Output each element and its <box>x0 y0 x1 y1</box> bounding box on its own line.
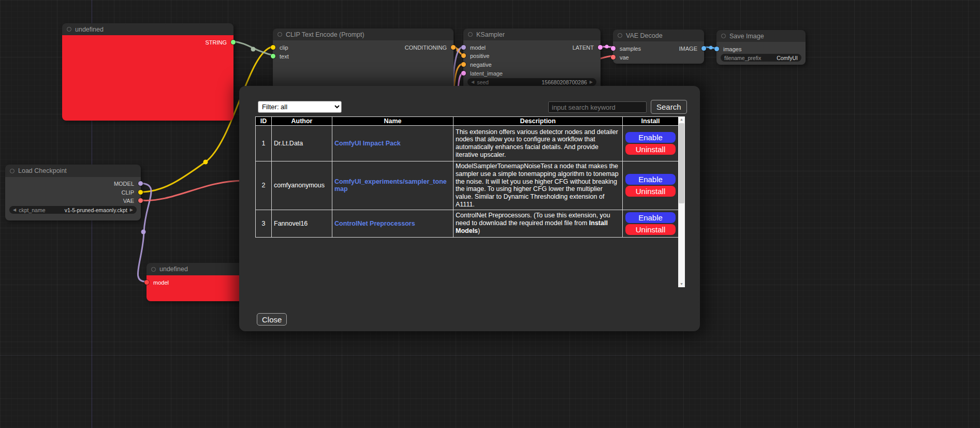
input-label: samples <box>620 46 641 52</box>
output-slot-dot[interactable] <box>701 46 706 51</box>
extension-author: comfyanonymous <box>272 161 332 210</box>
extension-author: Fannovel16 <box>272 210 332 237</box>
uninstall-button[interactable]: Uninstall <box>625 186 676 197</box>
header-install: Install <box>623 117 679 126</box>
node-title: CLIP Text Encode (Prompt) <box>286 31 364 38</box>
header-description: Description <box>454 117 623 126</box>
seed-widget[interactable]: ◀ seed 156680208700286 ▶ <box>467 78 596 86</box>
scrollbar-down-icon[interactable]: ▼ <box>678 281 685 287</box>
enable-button[interactable]: Enable <box>625 174 676 185</box>
uninstall-button[interactable]: Uninstall <box>625 224 676 235</box>
scrollbar-thumb[interactable] <box>679 123 684 203</box>
collapse-dot-icon[interactable] <box>721 34 726 38</box>
extension-description: This extension offers various detector n… <box>454 126 623 161</box>
node-title-bar[interactable]: CLIP Text Encode (Prompt) <box>273 28 454 40</box>
input-slot-dot[interactable] <box>461 53 466 58</box>
input-label: negative <box>470 62 492 68</box>
extensions-table: ID Author Name Description Install 1 Dr.… <box>255 116 679 238</box>
node-title: undefined <box>159 265 188 273</box>
input-label: model <box>153 279 169 286</box>
output-slot-dot[interactable] <box>451 45 456 50</box>
output-slot-dot[interactable] <box>231 40 236 45</box>
node-title-bar[interactable]: Load Checkpoint <box>5 165 141 177</box>
widget-value[interactable]: ComfyUI <box>777 55 798 61</box>
search-input[interactable] <box>548 101 647 113</box>
extension-row: 3 Fannovel16 ControlNet Preprocessors Co… <box>256 210 679 237</box>
ckpt-name-widget[interactable]: ◀ ckpt_name v1-5-pruned-emaonly.ckpt ▶ <box>9 206 137 214</box>
node-title-bar[interactable]: VAE Decode <box>613 29 704 41</box>
close-button[interactable]: Close <box>257 313 287 326</box>
node-clip-text-encode[interactable]: CLIP Text Encode (Prompt) clip text COND… <box>273 28 454 90</box>
output-label: LATENT <box>573 45 594 51</box>
node-title-bar[interactable]: Save Image <box>716 30 806 42</box>
output-label: CONDITIONING <box>405 45 447 51</box>
node-title-bar[interactable]: KSampler <box>463 28 601 40</box>
node-title: KSampler <box>476 31 505 38</box>
scrollbar-up-icon[interactable]: ▲ <box>678 116 685 123</box>
node-title: Save Image <box>729 33 764 40</box>
node-ksampler[interactable]: KSampler model positive negative latent_… <box>463 28 601 89</box>
output-slot-dot[interactable] <box>138 181 143 186</box>
collapse-dot-icon[interactable] <box>151 267 156 272</box>
widget-arrow-left-icon[interactable]: ◀ <box>13 208 16 212</box>
output-slot-dot[interactable] <box>138 198 143 203</box>
output-slot-dot[interactable] <box>138 190 143 195</box>
widget-label: ckpt_name <box>19 207 45 213</box>
widget-value[interactable]: 156680208700286 <box>542 79 587 85</box>
node-vae-decode[interactable]: VAE Decode samples vae IMAGE <box>613 29 704 64</box>
input-label: positive <box>470 53 489 59</box>
input-label: text <box>280 53 289 60</box>
table-header-row: ID Author Name Description Install <box>256 117 679 126</box>
collapse-dot-icon[interactable] <box>277 32 282 37</box>
node-undefined-top[interactable]: undefined STRING <box>62 23 233 121</box>
extension-name-link[interactable]: ControlNet Preprocessors <box>334 220 415 227</box>
input-slot-dot[interactable] <box>461 62 466 67</box>
input-label: clip <box>280 45 288 51</box>
node-title: undefined <box>75 26 104 33</box>
node-save-image[interactable]: Save Image images filename_prefix ComfyU… <box>716 30 806 65</box>
collapse-dot-icon[interactable] <box>468 32 473 37</box>
uninstall-button[interactable]: Uninstall <box>625 144 676 155</box>
input-slot-dot[interactable] <box>461 71 466 76</box>
node-graph-canvas[interactable]: undefined STRING CLIP Text Encode (Promp… <box>0 0 980 428</box>
widget-arrow-right-icon[interactable]: ▶ <box>130 208 133 212</box>
node-load-checkpoint[interactable]: Load Checkpoint MODEL CLIP VAE ◀ ckpt_na… <box>5 165 141 220</box>
node-title: VAE Decode <box>626 32 663 39</box>
header-id: ID <box>256 117 272 126</box>
filename-prefix-widget[interactable]: filename_prefix ComfyUI <box>721 54 801 62</box>
output-label: VAE <box>123 198 134 204</box>
input-slot-dot[interactable] <box>271 54 275 58</box>
collapse-dot-icon[interactable] <box>67 27 71 32</box>
input-slot-dot[interactable] <box>461 45 466 50</box>
extension-name-link[interactable]: ComfyUI Impact Pack <box>334 140 401 147</box>
input-slot-dot[interactable] <box>611 55 616 60</box>
custom-nodes-manager-dialog: Filter: all Search ID Author Name Descri… <box>239 86 700 331</box>
widget-label: filename_prefix <box>724 55 761 61</box>
output-slot-dot[interactable] <box>598 45 603 50</box>
collapse-dot-icon[interactable] <box>10 169 14 173</box>
input-slot-dot[interactable] <box>714 47 719 51</box>
input-slot-dot[interactable] <box>611 46 616 51</box>
extension-row: 2 comfyanonymous ComfyUI_experiments/sam… <box>256 161 679 210</box>
enable-button[interactable]: Enable <box>625 212 676 223</box>
node-title: Load Checkpoint <box>18 167 67 174</box>
input-slot-dot[interactable] <box>271 45 275 50</box>
enable-button[interactable]: Enable <box>625 132 676 143</box>
header-author: Author <box>272 117 332 126</box>
extension-name-link[interactable]: ComfyUI_experiments/sampler_tonemap <box>334 178 447 193</box>
extension-row: 1 Dr.Lt.Data ComfyUI Impact Pack This ex… <box>256 126 679 161</box>
extension-description: ControlNet Preprocessors. (To use this e… <box>454 210 623 237</box>
collapse-dot-icon[interactable] <box>618 33 622 38</box>
filter-select[interactable]: Filter: all <box>258 101 342 113</box>
widget-value[interactable]: v1-5-pruned-emaonly.ckpt <box>65 207 127 213</box>
widget-arrow-left-icon[interactable]: ◀ <box>471 80 474 84</box>
input-label: vae <box>620 54 629 61</box>
table-scrollbar[interactable]: ▲ ▼ <box>678 116 685 287</box>
input-slot-dot[interactable] <box>144 280 149 285</box>
input-label: latent_image <box>470 70 503 77</box>
node-title-bar[interactable]: undefined <box>62 23 233 35</box>
widget-arrow-right-icon[interactable]: ▶ <box>590 80 593 84</box>
extension-id: 1 <box>256 126 272 161</box>
search-button[interactable]: Search <box>651 100 687 114</box>
widget-label: seed <box>477 79 489 85</box>
